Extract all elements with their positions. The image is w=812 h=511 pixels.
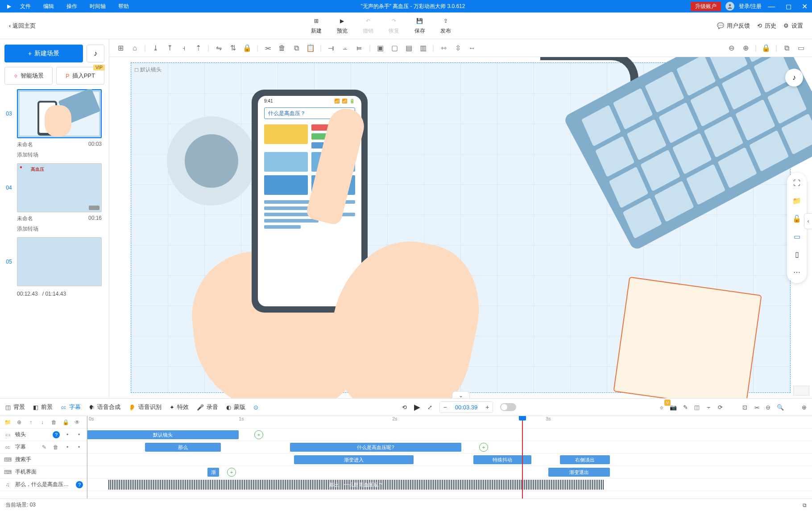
toolbar-save[interactable]: 💾保存 [414, 16, 425, 35]
copy-icon[interactable]: ⧉ [290, 41, 303, 55]
toolbar-undo[interactable]: ↶撤销 [363, 16, 373, 35]
zoom-in2-icon[interactable]: 🔍 [777, 404, 784, 411]
track-header-search-hand[interactable]: ⌨搜索手 [0, 453, 87, 466]
zoom-out-icon[interactable]: ⊖ [725, 41, 738, 55]
track-audio[interactable]: 那么，什么是高血压呢？ [87, 478, 812, 491]
minimap-preview[interactable] [793, 386, 809, 396]
add-keyframe-button[interactable]: + [227, 468, 236, 477]
paste-icon[interactable]: 📋 [304, 41, 317, 55]
move-down-icon[interactable]: ↓ [38, 418, 46, 426]
dist-h-icon[interactable]: ⇿ [437, 41, 450, 55]
grid-icon[interactable]: ⊞ [114, 41, 127, 55]
rewind-icon[interactable]: ⟲ [402, 404, 407, 411]
rotate-icon[interactable]: ⟳ [718, 404, 723, 411]
toolbar-redo[interactable]: ↷恢复 [389, 16, 399, 35]
clip-animation[interactable]: 右侧淡出 [560, 455, 610, 464]
align-bottom-icon[interactable]: ⤓ [149, 41, 162, 55]
mobile-icon[interactable]: ▯ [791, 249, 802, 260]
user-avatar-icon[interactable] [725, 2, 734, 11]
add-keyframe-button[interactable]: + [254, 430, 263, 439]
close-button[interactable]: ✕ [797, 3, 812, 10]
flip-h-icon[interactable]: ⇋ [212, 41, 225, 55]
lock-icon[interactable]: 🔒 [62, 418, 70, 426]
add-track-icon[interactable]: ⊕ [802, 404, 807, 411]
canvas-stage[interactable]: 9:41 📶 📶 🔋 什么是高血压？ [109, 57, 812, 398]
track-header-camera[interactable]: ▭镜头?•• [0, 429, 87, 441]
play-timeline-icon[interactable]: ▶ [414, 402, 420, 412]
edit-icon[interactable]: ✎ [683, 404, 688, 411]
playhead[interactable] [522, 416, 523, 499]
clip-camera[interactable]: 默认镜头 [87, 430, 239, 439]
link2-icon[interactable]: ⫘ [754, 404, 759, 411]
home-icon[interactable]: ⌂ [128, 41, 141, 55]
tab-asr[interactable]: 👂语音识别 [128, 403, 162, 411]
tab-record[interactable]: 🎤录音 [197, 403, 218, 411]
clip-audio[interactable] [108, 480, 604, 490]
toolbar-preview[interactable]: ▶预览 [337, 16, 348, 35]
zoom-in-icon[interactable]: ⊕ [739, 41, 752, 55]
upgrade-account-button[interactable]: 升级账户 [691, 2, 721, 11]
track-header-audio[interactable]: ♫那么，什么是高血压…? [0, 478, 87, 491]
folder-icon[interactable]: 📁 [4, 418, 12, 426]
align-left-icon[interactable]: ⫣ [324, 41, 338, 55]
expand-arrows-icon[interactable]: ⤢ [427, 404, 432, 411]
tab-background[interactable]: ◫背景 [5, 403, 25, 411]
align-right-icon[interactable]: ⫢ [353, 41, 366, 55]
folder-icon[interactable]: 📁 [791, 196, 802, 206]
add-keyframe-button[interactable]: + [479, 443, 488, 452]
track-header-phone-ui[interactable]: ⌨手机界面 [0, 466, 87, 478]
clip-subtitle[interactable]: 什么是高血压呢? [290, 443, 461, 452]
lock-canvas-icon[interactable]: 🔒 [759, 41, 773, 55]
insert-ppt-button[interactable]: P插入PPTVIP [56, 67, 104, 85]
transition-label[interactable]: 添加转场 [4, 225, 104, 233]
new-scene-button[interactable]: +新建场景 [4, 45, 83, 62]
align-center-icon[interactable]: ⫠ [339, 41, 352, 55]
menu-help[interactable]: 帮助 [112, 3, 135, 10]
scene-music-button[interactable]: ♪ [87, 45, 104, 62]
settings-button[interactable]: ⚙设置 [783, 22, 803, 30]
expand-panel-button[interactable]: ‹ [804, 213, 812, 229]
toolbar-new[interactable]: ⊞新建 [311, 16, 322, 35]
camera-icon[interactable]: 📷 [670, 404, 677, 411]
unlock-icon[interactable]: 🔓 [791, 214, 802, 224]
feedback-button[interactable]: 💬用户反馈 [717, 22, 750, 30]
forward-icon[interactable]: ▤ [402, 41, 415, 55]
marker-icon[interactable]: ⊡ [742, 404, 747, 411]
menu-file[interactable]: 文件 [14, 3, 37, 10]
menu-edit[interactable]: 编辑 [37, 3, 60, 10]
back-home-button[interactable]: ‹ 返回主页 [0, 22, 45, 30]
trash-icon[interactable]: 🗑 [50, 418, 58, 426]
frame-icon[interactable]: ▭ [794, 41, 808, 55]
align-hmid-icon[interactable]: ⫞ [177, 41, 191, 55]
filter-icon[interactable]: ⫟ [706, 404, 712, 411]
spacing-icon[interactable]: ↔ [465, 41, 479, 55]
clip-animation[interactable]: 渐 [207, 468, 219, 477]
bring-front-icon[interactable]: ▣ [373, 41, 387, 55]
maximize-button[interactable]: ◻ [781, 3, 796, 10]
canvas-music-button[interactable]: ♪ [785, 69, 803, 87]
track-camera[interactable]: 默认镜头 + [87, 429, 812, 441]
menu-timeline[interactable]: 时间轴 [83, 3, 112, 10]
timeline-tracks[interactable]: 0s 1s 2s 3s 默认镜头 + 那么 什么是高血压呢? + 渐变进入 特殊… [87, 416, 812, 499]
smart-scene-button[interactable]: ⟡智能场景 [4, 67, 53, 85]
lock-icon[interactable]: 🔒 [240, 41, 254, 55]
more-icon[interactable]: ⋯ [791, 267, 802, 278]
trash-icon[interactable]: 🗑 [275, 41, 289, 55]
scene-thumbnail[interactable] [17, 89, 102, 138]
tab-subtitle[interactable]: ㏄字幕 [61, 403, 81, 411]
clip-subtitle[interactable]: 那么 [145, 443, 221, 452]
tab-effects[interactable]: ✦特效 [170, 403, 189, 411]
tab-mask[interactable]: ◐蒙版 [226, 403, 245, 411]
clip-animation[interactable]: 渐变进入 [294, 455, 414, 464]
track-subtitle[interactable]: 那么 什么是高血压呢? + [87, 441, 812, 453]
move-up-icon[interactable]: ↑ [27, 418, 35, 426]
loop-toggle[interactable] [500, 403, 516, 411]
time-minus-button[interactable]: − [440, 402, 451, 412]
trash-icon[interactable]: 🗑 [52, 443, 60, 451]
eye-icon[interactable]: 👁 [73, 418, 81, 426]
login-register-link[interactable]: 登录/注册 [739, 3, 762, 10]
copy-status-icon[interactable]: ⧉ [803, 502, 807, 508]
align-top-icon[interactable]: ⤒ [163, 41, 176, 55]
desktop-icon[interactable]: ▭ [791, 231, 802, 242]
tab-foreground[interactable]: ◧前景 [33, 403, 53, 411]
